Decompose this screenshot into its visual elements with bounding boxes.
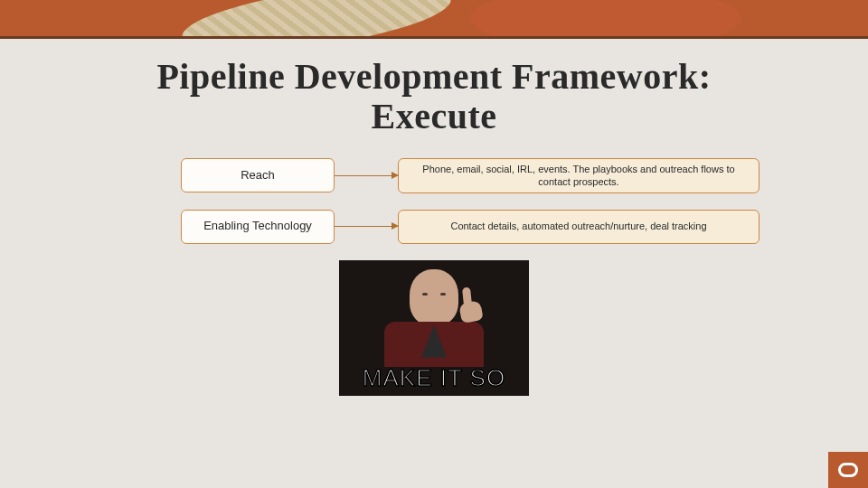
brand-corner-badge: [828, 452, 868, 488]
decorative-top-banner: [0, 0, 868, 36]
row-label-box: Enabling Technology: [181, 210, 335, 244]
framework-row: Enabling Technology Contact details, aut…: [181, 210, 778, 244]
row-description-box: Phone, email, social, IRL, events. The p…: [398, 158, 760, 193]
title-line-2: Execute: [0, 97, 868, 136]
framework-rows: Reach Phone, email, social, IRL, events.…: [0, 158, 868, 244]
row-label: Enabling Technology: [203, 220, 312, 233]
banner-underline: [0, 36, 868, 39]
brand-logo-icon: [838, 463, 858, 477]
row-description: Contact details, automated outreach/nurt…: [450, 220, 706, 232]
row-label-box: Reach: [181, 158, 335, 192]
meme-image-container: MAKE IT SO: [0, 260, 868, 396]
row-description-box: Contact details, automated outreach/nurt…: [398, 210, 760, 244]
title-line-1: Pipeline Development Framework:: [0, 57, 868, 97]
row-label: Reach: [241, 169, 275, 183]
row-description: Phone, email, social, IRL, events. The p…: [413, 163, 744, 189]
framework-row: Reach Phone, email, social, IRL, events.…: [181, 158, 778, 193]
meme-figure-icon: [384, 269, 484, 360]
svg-rect-0: [840, 465, 857, 476]
arrow-connector-icon: [335, 226, 398, 228]
meme-caption: MAKE IT SO: [339, 364, 529, 392]
slide-title: Pipeline Development Framework: Execute: [0, 57, 868, 136]
arrow-connector-icon: [335, 175, 398, 177]
meme-image: MAKE IT SO: [339, 260, 529, 396]
